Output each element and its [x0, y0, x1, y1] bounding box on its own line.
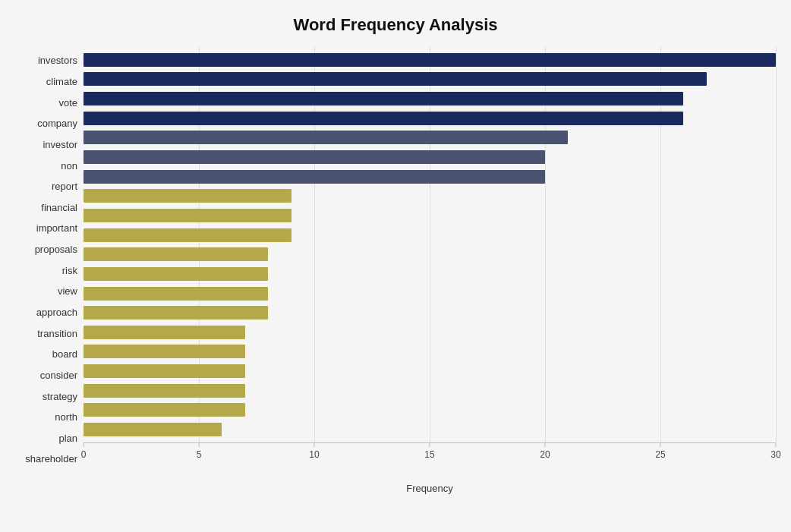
y-label: view	[58, 282, 77, 301]
bar-row	[84, 227, 776, 244]
bar	[84, 364, 245, 378]
x-tick: 25	[655, 443, 665, 460]
bar	[84, 53, 776, 67]
chart-area: investorsclimatevotecompanyinvestornonre…	[15, 47, 776, 473]
bar	[84, 72, 707, 86]
bar	[84, 189, 292, 203]
y-label: non	[61, 156, 77, 175]
x-tick-label: 20	[540, 449, 550, 460]
x-axis-title: Frequency	[84, 483, 776, 494]
bar	[84, 287, 268, 301]
y-label: climate	[46, 72, 77, 90]
bar	[84, 150, 545, 164]
bar-row	[84, 168, 776, 185]
y-label: investors	[38, 52, 77, 70]
x-tick-line	[544, 443, 545, 447]
y-label: risk	[62, 261, 77, 279]
x-axis: Frequency 051015202530	[84, 442, 776, 473]
x-tick: 15	[424, 443, 434, 460]
y-label: vote	[58, 93, 77, 112]
bar	[84, 306, 268, 320]
bar-row	[84, 129, 776, 146]
bar	[84, 170, 545, 184]
y-axis: investorsclimatevotecompanyinvestornonre…	[15, 47, 84, 473]
y-label: north	[55, 408, 77, 427]
x-tick-label: 5	[197, 449, 202, 460]
y-label: company	[37, 115, 77, 133]
bar	[84, 345, 245, 358]
x-tick: 30	[771, 443, 780, 460]
bar-row	[84, 363, 776, 379]
x-tick-label: 25	[655, 449, 665, 460]
x-tick-line	[314, 443, 314, 447]
bar-row	[84, 149, 776, 165]
y-label: investor	[43, 135, 77, 153]
grid-line	[776, 47, 777, 442]
bar	[84, 228, 292, 242]
x-tick: 20	[540, 443, 550, 460]
x-tick-line	[84, 443, 84, 447]
bar-row	[84, 71, 776, 87]
bar	[84, 326, 245, 339]
bar	[84, 384, 245, 398]
bars-inner	[84, 47, 776, 442]
y-label: important	[36, 219, 77, 238]
y-label: report	[52, 178, 77, 196]
bar	[84, 247, 268, 261]
bar-row	[84, 421, 776, 438]
bar-row	[84, 110, 776, 127]
x-tick: 0	[81, 443, 87, 460]
x-tick: 10	[309, 443, 319, 460]
bar-row	[84, 304, 776, 321]
y-label: board	[52, 345, 77, 364]
x-tick-line	[429, 443, 430, 447]
y-label: approach	[36, 304, 77, 322]
bar-row	[84, 343, 776, 360]
bar-row	[84, 90, 776, 107]
bar-row	[84, 266, 776, 282]
x-tick-line	[660, 443, 660, 447]
bar	[84, 209, 292, 222]
chart-container: Word Frequency Analysis investorsclimate…	[0, 0, 791, 532]
y-label: proposals	[35, 241, 77, 259]
y-label: shareholder	[25, 450, 77, 468]
bar-row	[84, 52, 776, 68]
bar-row	[84, 285, 776, 302]
x-tick-line	[775, 443, 776, 447]
bar-row	[84, 382, 776, 399]
chart-title: Word Frequency Analysis	[15, 15, 776, 35]
bar	[84, 112, 683, 125]
bar-row	[84, 324, 776, 341]
bar-row	[84, 401, 776, 418]
y-label: financial	[41, 198, 77, 216]
bar-row	[84, 246, 776, 263]
y-label: transition	[37, 324, 77, 342]
x-tick-label: 30	[771, 449, 780, 460]
x-tick-label: 10	[309, 449, 319, 460]
x-tick-label: 15	[424, 449, 434, 460]
bar	[84, 131, 568, 144]
y-label: plan	[58, 429, 77, 447]
x-tick-line	[199, 443, 200, 447]
bars-and-xaxis: Frequency 051015202530	[84, 47, 776, 473]
x-tick: 5	[197, 443, 202, 460]
y-label: strategy	[43, 387, 77, 405]
bars-section	[84, 47, 776, 442]
bar	[84, 267, 268, 281]
bar	[84, 423, 222, 436]
y-label: consider	[40, 366, 77, 384]
bar-row	[84, 207, 776, 224]
bar	[84, 92, 683, 105]
x-tick-label: 0	[81, 449, 87, 460]
bar-row	[84, 187, 776, 204]
bar	[84, 403, 245, 417]
